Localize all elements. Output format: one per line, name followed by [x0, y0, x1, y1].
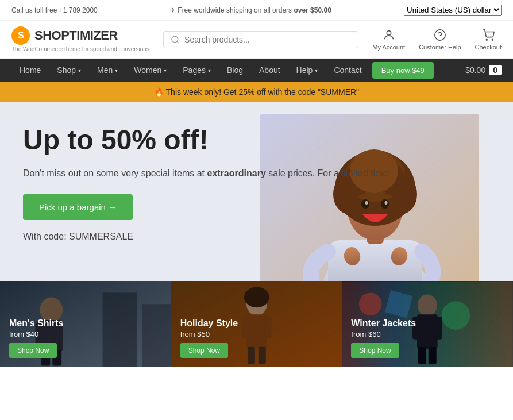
chevron-down-icon: ▾ — [78, 67, 81, 74]
search-bar — [163, 31, 358, 48]
product-card-content-2: Winter Jackets from $60 Shop Now — [342, 309, 513, 367]
promo-banner: 🔥 This week only! Get 25% off with the c… — [0, 82, 513, 102]
svg-point-2 — [387, 30, 391, 34]
hero-headline: Up to 50% off! — [23, 125, 490, 156]
product-price-2: from $60 — [351, 330, 504, 338]
logo-wordmark: SHOPTIMIZER — [34, 28, 118, 43]
product-grid: Men's Shirts from $40 Shop Now — [0, 281, 513, 367]
product-card-0[interactable]: Men's Shirts from $40 Shop Now — [0, 281, 171, 367]
product-title-0: Men's Shirts — [9, 318, 162, 329]
nav-about[interactable]: About — [251, 59, 288, 82]
hero-description: Don't miss out on some very special item… — [23, 166, 490, 181]
hero-content: Up to 50% off! Don't miss out on some ve… — [23, 125, 490, 258]
chevron-down-icon: ▾ — [164, 67, 167, 74]
logo-area[interactable]: S SHOPTIMIZER The WooCommerce theme for … — [11, 26, 149, 52]
svg-point-6 — [492, 39, 493, 40]
product-card-1[interactable]: Holiday Style from $50 Shop Now — [171, 281, 342, 367]
svg-point-5 — [486, 39, 487, 40]
nav: Home Shop ▾ Men ▾ Women ▾ Pages ▾ Blog A… — [0, 59, 513, 82]
header-actions: My Account Customer Help Checkout — [372, 29, 502, 51]
logo[interactable]: S SHOPTIMIZER — [11, 26, 149, 45]
shipping-text: ✈ Free worldwide shipping on all orders … — [170, 6, 331, 14]
nav-contact[interactable]: Contact — [326, 59, 369, 82]
hero-code: With code: SUMMERSALE — [23, 229, 490, 244]
product-card-content-0: Men's Shirts from $40 Shop Now — [0, 309, 171, 367]
logo-icon: S — [11, 26, 30, 45]
promo-text: This week only! Get 25% off with the cod… — [166, 87, 360, 97]
my-account-action[interactable]: My Account — [372, 29, 405, 51]
nav-shop[interactable]: Shop ▾ — [49, 59, 89, 82]
svg-point-3 — [435, 29, 445, 40]
checkout-action[interactable]: Checkout — [475, 29, 502, 51]
logo-subtitle: The WooCommerce theme for speed and conv… — [11, 46, 149, 52]
hero-section: Up to 50% off! Don't miss out on some ve… — [0, 102, 513, 281]
chevron-down-icon: ▾ — [208, 67, 211, 74]
product-card-content-1: Holiday Style from $50 Shop Now — [171, 309, 342, 367]
shop-now-btn-2[interactable]: Shop Now — [351, 343, 399, 358]
product-title-1: Holiday Style — [180, 318, 333, 329]
promo-icon: 🔥 — [154, 87, 164, 97]
nav-help[interactable]: Help ▾ — [288, 59, 326, 82]
help-icon — [434, 29, 446, 41]
top-bar: Call us toll free +1 789 2000 ✈ Free wor… — [0, 0, 513, 21]
nav-women[interactable]: Women ▾ — [126, 59, 175, 82]
customer-help-action[interactable]: Customer Help — [419, 29, 461, 51]
chevron-down-icon: ▾ — [115, 67, 118, 74]
currency-selector[interactable]: United States (US) dollar — [404, 5, 502, 16]
svg-point-0 — [172, 36, 178, 43]
product-price-0: from $40 — [9, 330, 162, 338]
shop-now-btn-0[interactable]: Shop Now — [9, 343, 57, 358]
svg-line-1 — [177, 41, 179, 43]
nav-home[interactable]: Home — [11, 59, 49, 82]
checkout-icon — [482, 29, 495, 41]
buy-now-button[interactable]: Buy now $49 — [372, 62, 434, 79]
cart-badge: 0 — [489, 65, 502, 75]
currency-dropdown[interactable]: United States (US) dollar — [404, 5, 502, 16]
search-input[interactable] — [184, 35, 351, 44]
cart-total[interactable]: $0.00 0 — [465, 65, 502, 75]
nav-pages[interactable]: Pages ▾ — [175, 59, 219, 82]
search-icon — [171, 35, 180, 44]
product-title-2: Winter Jackets — [351, 318, 504, 329]
shop-now-btn-1[interactable]: Shop Now — [180, 343, 228, 358]
hero-cta-button[interactable]: Pick up a bargain → — [23, 194, 133, 220]
phone-text: Call us toll free +1 789 2000 — [11, 6, 98, 14]
person-icon — [383, 29, 395, 41]
product-price-1: from $50 — [180, 330, 333, 338]
nav-blog[interactable]: Blog — [219, 59, 251, 82]
header: S SHOPTIMIZER The WooCommerce theme for … — [0, 21, 513, 59]
chevron-down-icon: ▾ — [315, 67, 318, 74]
nav-men[interactable]: Men ▾ — [89, 59, 126, 82]
product-card-2[interactable]: Winter Jackets from $60 Shop Now — [342, 281, 513, 367]
